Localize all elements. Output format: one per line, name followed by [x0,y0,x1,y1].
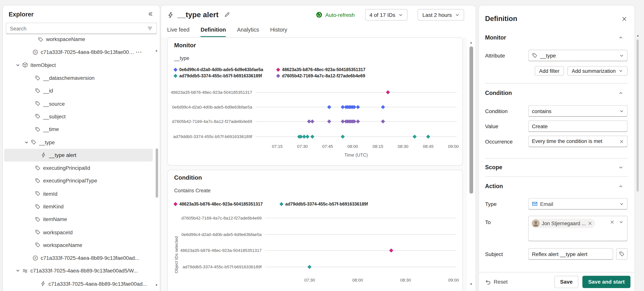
refresh-icon [316,12,322,18]
tree-item-label: workspaceName [43,242,82,248]
legend-label: 48623a35-b876-48ec-923a-504185351317 [282,67,366,72]
legend-label: 48623a35-b876-48ec-923a-504185351317 [179,201,263,206]
clear-recipients-icon[interactable] [610,220,614,224]
email-icon [532,201,538,207]
tree-item[interactable]: __subject [4,110,153,123]
subject-input[interactable] [532,251,610,257]
insert-attribute-button[interactable] [616,248,628,260]
auto-refresh-status[interactable]: Auto-refresh [316,12,354,18]
tree-item[interactable]: workspaceName [4,239,153,251]
time-range-dropdown[interactable]: Last 2 hours [418,9,464,21]
tab-history[interactable]: History [270,24,288,38]
tree-item[interactable]: ItemObject [4,59,153,72]
recipient-chip[interactable]: Jon Stjernegaard ... [531,219,595,228]
tree-item[interactable]: itemKind [4,200,153,213]
tree-item-label: executingPrincipalId [43,165,90,171]
panel-scrollbar-up-arrow[interactable]: ▲ [636,34,640,38]
tree-item[interactable]: __time [4,123,153,136]
legend-diamond-icon [280,202,283,206]
attribute-dropdown[interactable]: __type [528,50,628,61]
section-condition-header[interactable]: Condition [479,90,634,96]
save-button[interactable]: Save [554,275,578,288]
tree-scrollbar-down-arrow[interactable]: ▼ [154,283,158,287]
chart-row-line [265,267,457,267]
tab-definition[interactable]: Definition [200,24,226,38]
collapse-explorer-button[interactable] [147,10,154,18]
subject-field [528,248,613,260]
tree-item[interactable]: __type [4,136,153,149]
section-action-header[interactable]: Action [479,183,634,189]
tree-item[interactable]: executingPrincipalId [4,161,153,174]
chevron-down-icon[interactable] [16,268,20,273]
main-panel: __type alert Auto-refresh 4 of 17 IDs La… [160,5,476,291]
chevron-down-icon [620,53,624,58]
tree-item[interactable]: __source [4,97,153,110]
chevron-up-icon [618,184,623,188]
chevron-down-icon [455,13,460,17]
add-filter-button[interactable]: Add filter [534,66,564,76]
axis-tick-label: 09:00 [442,144,465,149]
edit-title-icon[interactable] [224,12,230,18]
page-title: __type alert [178,11,218,19]
search-input[interactable] [10,25,147,32]
chevron-down-icon[interactable] [619,220,624,224]
tree-item[interactable]: __id [4,84,153,97]
tree-item[interactable]: workspaceName [4,38,153,46]
value-input[interactable] [532,123,624,129]
condition-legend: 48623a35-b876-48ec-923a-504185351317ad79… [174,201,456,207]
tree-item[interactable]: workspaceId [4,226,153,239]
tree-item-label: __source [43,101,65,107]
section-scope-header[interactable]: Scope [479,164,634,171]
filter-icon[interactable] [147,26,153,31]
reset-button[interactable]: Reset [485,279,508,285]
remove-recipient-icon[interactable] [588,221,592,226]
tag-icon [35,191,41,196]
tag-icon [35,127,41,132]
tree-item[interactable]: c71a333f-7025-4aea-8b89-9c13fae00ad... [4,251,153,264]
chart-category-label: 0e6d99c4-d2a0-4d0b-ade5-6d9e63bfae5a [182,232,262,237]
tab-live-feed[interactable]: Live feed [167,24,190,38]
content-scrollbar-up-arrow[interactable]: ▲ [469,41,473,45]
tag-icon [35,229,41,235]
occurrence-field[interactable]: Every time the condition is met [528,136,628,147]
clear-icon[interactable] [620,139,624,144]
data-point [310,119,315,123]
tag-icon [35,88,41,94]
chevron-down-icon[interactable] [24,140,29,144]
tree-item[interactable]: __type alert [4,149,153,161]
data-point [381,105,385,109]
legend-diamond-icon [174,68,178,71]
more-options-button[interactable]: ··· [136,49,142,55]
tree-item[interactable]: itemId [4,187,153,200]
tree-item[interactable]: c71a333f-7025-4aea-8b89-9c13fae00ad... [4,277,153,290]
recipients-field[interactable]: Jon Stjernegaard ... [528,216,628,241]
condition-operator-dropdown[interactable]: contains [528,105,628,117]
instance-circle-icon [32,49,38,55]
close-icon[interactable] [622,16,627,22]
object-cube-icon [22,62,28,68]
section-monitor-header[interactable]: Monitor [479,34,634,41]
chart-category-label: ad79ddb5-3374-455c-b57f-b6916336189f [182,265,262,269]
save-and-start-button[interactable]: Save and start [582,275,630,288]
tree-item-label: c71a333f-7025-4aea-8b89-9c13fae00ad... [41,255,139,261]
tree-item[interactable]: __dataschemaversion [4,72,153,84]
axis-tick-label: 07:15 [266,144,289,149]
content-scrollbar-thumb[interactable] [470,47,473,194]
panel-scrollbar-thumb[interactable] [637,40,639,192]
tag-icon [35,242,41,248]
tab-analytics[interactable]: Analytics [237,24,259,38]
add-summarization-button[interactable]: Add summarization [567,66,628,76]
ids-selector-dropdown[interactable]: 4 of 17 IDs [365,9,408,21]
tree-scrollbar-up-arrow[interactable]: ▲ [154,48,158,53]
tree-scrollbar-thumb[interactable] [156,148,158,198]
tree-item[interactable]: itemName [4,213,153,226]
content-scrollbar-down-arrow[interactable]: ▼ [469,282,473,286]
legend-diamond-icon [174,202,178,206]
tree-item[interactable]: c71a333f-7025-4aea-8b89-9c13fae00ad...··… [4,46,153,59]
chart-category-label: d7605b42-7169-4a7c-8a12-f27ade6b4e69 [182,216,262,220]
tree-item[interactable]: c71a333f-7025-4aea-8b89-9c13fae00ad5/W..… [4,264,153,277]
chevron-down-icon[interactable] [16,63,20,67]
condition-card-subtitle: Contains Create [174,188,456,193]
action-type-dropdown[interactable]: Email [528,198,628,210]
tree-item[interactable]: executingPrincipalType [4,174,153,187]
